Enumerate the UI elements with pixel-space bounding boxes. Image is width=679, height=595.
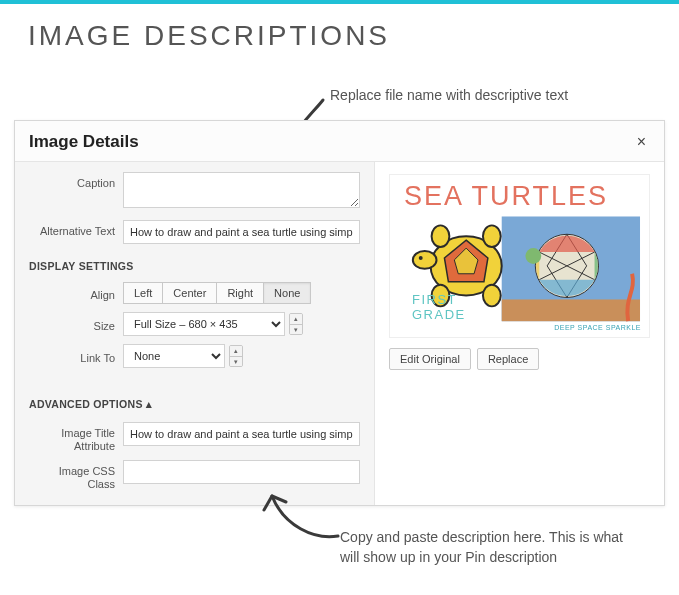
image-details-modal: Image Details × Caption Alternative Text	[14, 120, 665, 506]
modal-title: Image Details	[29, 132, 139, 152]
align-center-button[interactable]: Center	[162, 282, 217, 304]
caption-label: Caption	[29, 172, 115, 190]
close-icon[interactable]: ×	[633, 131, 650, 153]
svg-point-10	[483, 225, 501, 247]
accent-topbar	[0, 0, 679, 4]
annotation-top: Replace file name with descriptive text	[330, 86, 568, 106]
size-label: Size	[29, 315, 115, 333]
alt-text-input[interactable]	[123, 220, 360, 244]
preview-grade: FIRST GRADE	[412, 293, 466, 323]
preview-credit: DEEP SPACE SPARKLE	[554, 324, 641, 331]
title-attr-label: Image Title Attribute	[29, 422, 115, 452]
size-select[interactable]: Full Size – 680 × 435	[123, 312, 285, 336]
display-settings-heading: DISPLAY SETTINGS	[15, 250, 374, 278]
image-preview: SEA TURTLES	[389, 174, 650, 338]
align-label: Align	[29, 284, 115, 302]
page-title: IMAGE DESCRIPTIONS	[28, 20, 679, 52]
advanced-options-toggle[interactable]: ADVANCED OPTIONS ▴	[15, 388, 374, 418]
svg-rect-1	[502, 299, 640, 321]
link-to-label: Link To	[29, 347, 115, 365]
css-class-input[interactable]	[123, 460, 360, 484]
align-right-button[interactable]: Right	[216, 282, 264, 304]
settings-column: Caption Alternative Text DISPLAY SETTING…	[15, 162, 375, 505]
align-left-button[interactable]: Left	[123, 282, 163, 304]
svg-point-7	[413, 251, 437, 269]
title-attr-input[interactable]	[123, 422, 360, 446]
caption-textarea[interactable]	[123, 172, 360, 208]
align-button-group: Left Center Right None	[123, 282, 311, 304]
annotation-bottom: Copy and paste description here. This is…	[340, 528, 640, 567]
size-stepper[interactable]: ▴▾	[289, 313, 303, 335]
preview-column: SEA TURTLES	[375, 162, 664, 505]
link-to-stepper[interactable]: ▴▾	[229, 345, 243, 367]
replace-button[interactable]: Replace	[477, 348, 539, 370]
align-none-button[interactable]: None	[263, 282, 311, 304]
svg-point-3	[525, 248, 541, 264]
svg-point-9	[432, 225, 450, 247]
link-to-select[interactable]: None	[123, 344, 225, 368]
svg-point-8	[419, 256, 423, 260]
alt-text-label: Alternative Text	[29, 220, 115, 238]
svg-point-12	[483, 285, 501, 307]
edit-original-button[interactable]: Edit Original	[389, 348, 471, 370]
modal-header: Image Details ×	[15, 121, 664, 162]
css-class-label: Image CSS Class	[29, 460, 115, 490]
